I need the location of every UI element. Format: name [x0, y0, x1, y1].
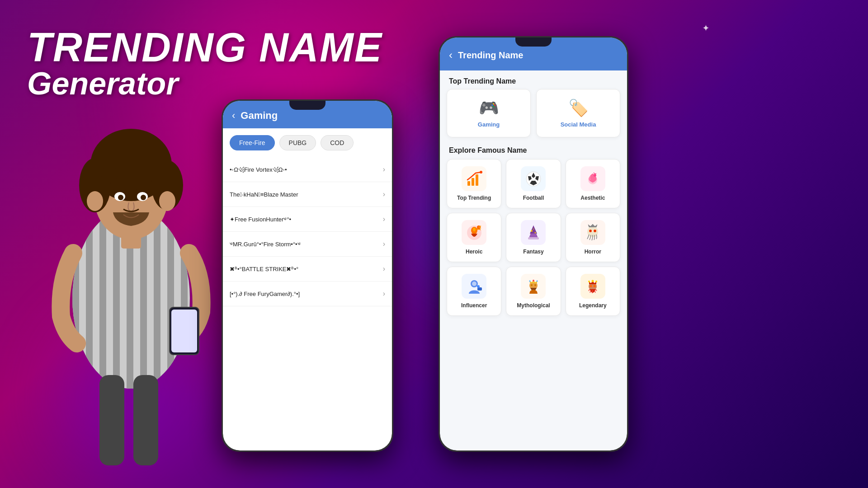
svg-rect-6 — [113, 217, 120, 398]
chevron-icon-6: › — [383, 290, 385, 298]
svg-point-69 — [588, 281, 590, 282]
aesthetic-grid-label: Aesthetic — [580, 195, 605, 201]
explore-grid: Top Trending — [440, 159, 627, 316]
svg-rect-31 — [467, 181, 470, 186]
svg-point-70 — [595, 281, 597, 282]
svg-point-50 — [534, 232, 536, 233]
svg-point-68 — [592, 280, 594, 282]
svg-point-51 — [533, 229, 534, 230]
grid-card-fantasy[interactable]: Fantasy — [506, 213, 561, 262]
svg-point-65 — [531, 284, 533, 286]
grid-card-heroic[interactable]: Heroic — [447, 213, 501, 262]
svg-point-72 — [594, 285, 596, 287]
person-image — [36, 81, 226, 488]
tab-freefire[interactable]: Free-Fire — [230, 135, 275, 150]
svg-point-49 — [531, 230, 533, 232]
top-card-social[interactable]: 🏷️ Social Media — [536, 89, 620, 137]
phone2-scroll-area[interactable]: Top Trending Name 🎮 Gaming 🏷️ Social Med… — [440, 70, 627, 450]
aesthetic-icon — [580, 166, 605, 191]
svg-point-55 — [590, 230, 591, 231]
name-item-1[interactable]: •◦Ω꧁Fire Vortex꧁Ω◦• › — [223, 157, 392, 182]
mythological-grid-label: Mythological — [517, 302, 550, 309]
name-text-5: ✖ᴮ•°BATTLE STRIKE✖ᴮ•° — [230, 266, 383, 272]
social-icon: 🏷️ — [568, 99, 589, 117]
chevron-icon-3: › — [383, 215, 385, 223]
chevron-icon-4: › — [383, 240, 385, 248]
name-item-5[interactable]: ✖ᴮ•°BATTLE STRIKE✖ᴮ•° › — [223, 257, 392, 282]
svg-point-62 — [533, 280, 534, 282]
explore-label: Explore Famous Name — [440, 144, 627, 159]
grid-card-horror[interactable]: Horror — [566, 213, 620, 262]
svg-rect-48 — [528, 237, 539, 239]
chevron-icon-1: › — [383, 165, 385, 174]
svg-point-22 — [159, 191, 175, 211]
horror-grid-label: Horror — [585, 249, 601, 255]
phone2-back-button[interactable]: ‹ — [449, 49, 453, 61]
legendary-grid-label: Legendary — [579, 302, 607, 309]
svg-point-45 — [473, 228, 476, 231]
horror-icon — [580, 220, 605, 245]
svg-point-71 — [590, 285, 592, 287]
chevron-icon-5: › — [383, 265, 385, 273]
phone-trending: ‹ Trending Name Top Trending Name 🎮 Gami… — [439, 36, 628, 452]
svg-point-34 — [480, 171, 482, 174]
svg-rect-8 — [140, 217, 147, 398]
grid-card-influencer[interactable]: Influencer — [447, 267, 501, 316]
svg-rect-4 — [86, 217, 93, 398]
phone-notch — [289, 101, 326, 110]
heroic-icon — [462, 220, 486, 245]
svg-point-63 — [529, 280, 530, 282]
phone1-title: Gaming — [241, 110, 278, 122]
header-section: TRENDING NAME Generator — [27, 27, 382, 99]
svg-point-26 — [141, 195, 146, 200]
grid-card-top-trending[interactable]: Top Trending — [447, 159, 501, 208]
fantasy-grid-label: Fantasy — [523, 249, 543, 255]
name-text-6: [•°).∂ Free FuryGamer∂).°•] — [230, 291, 383, 297]
svg-point-25 — [118, 195, 123, 200]
influencer-grid-label: Influencer — [461, 302, 487, 309]
svg-rect-30 — [133, 375, 158, 465]
name-item-6[interactable]: [•°).∂ Free FuryGamer∂).°•] › — [223, 282, 392, 306]
svg-rect-33 — [476, 174, 478, 186]
name-item-3[interactable]: ✦Free FusionHunter༄°• › — [223, 207, 392, 232]
phone1-name-list: •◦Ω꧁Fire Vortex꧁Ω◦• › The᷊·kHaN᷊≡Blaze M… — [223, 157, 392, 306]
tab-cod[interactable]: COD — [321, 135, 354, 150]
svg-point-21 — [87, 191, 103, 211]
svg-point-58 — [472, 282, 476, 286]
top-trending-label: Top Trending Name — [440, 70, 627, 89]
phone-gaming: ‹ Gaming Free-Fire PUBG COD •◦Ω꧁Fire Vor… — [222, 99, 393, 452]
svg-rect-3 — [72, 217, 79, 398]
grid-card-legendary[interactable]: Legendary — [566, 267, 620, 316]
tab-pubg[interactable]: PUBG — [279, 135, 316, 150]
heroic-grid-label: Heroic — [466, 249, 482, 255]
name-text-1: •◦Ω꧁Fire Vortex꧁Ω◦• — [230, 166, 383, 173]
svg-point-66 — [534, 284, 536, 286]
svg-point-64 — [536, 280, 538, 282]
phone2-notch — [515, 38, 552, 47]
name-text-3: ✦Free FusionHunter༄°• — [230, 216, 383, 223]
phone2-title: Trending Name — [458, 50, 523, 61]
svg-point-56 — [594, 230, 596, 231]
top-card-gaming[interactable]: 🎮 Gaming — [447, 89, 531, 137]
top-trending-icon — [462, 166, 486, 191]
grid-card-mythological[interactable]: Mythological — [506, 267, 561, 316]
football-icon — [521, 166, 546, 191]
name-item-4[interactable]: ༄MR.Gurū°•°Fire Storm•°•༄ › — [223, 232, 392, 257]
top-trending-cards: 🎮 Gaming 🏷️ Social Media — [440, 89, 627, 144]
svg-point-60 — [477, 285, 480, 288]
grid-card-aesthetic[interactable]: Aesthetic — [566, 159, 620, 208]
svg-rect-28 — [171, 310, 197, 352]
svg-rect-5 — [99, 217, 106, 398]
app-title-line2: Generator — [27, 68, 382, 99]
grid-card-football[interactable]: Football — [506, 159, 561, 208]
svg-rect-9 — [154, 217, 160, 398]
gaming-label: Gaming — [478, 121, 500, 128]
phone1-tabs: Free-Fire PUBG COD — [223, 128, 392, 157]
svg-point-20 — [145, 164, 161, 180]
gaming-icon: 🎮 — [479, 99, 499, 117]
influencer-icon — [462, 274, 486, 299]
app-title-line1: TRENDING NAME — [27, 27, 382, 68]
phone1-back-button[interactable]: ‹ — [232, 110, 235, 122]
chevron-icon-2: › — [383, 190, 385, 198]
name-item-2[interactable]: The᷊·kHaN᷊≡Blaze Master › — [223, 182, 392, 207]
